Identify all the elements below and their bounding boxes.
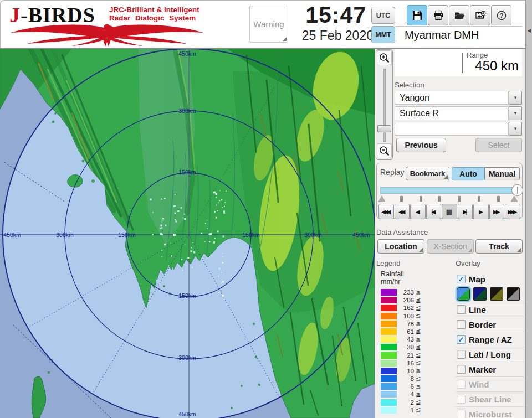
legend-row: 2≦ [381,399,442,406]
range-box: Range 450 km [395,49,522,76]
map-style-swatch-1[interactable] [457,287,470,301]
overlay-item-line[interactable]: Line [456,302,524,317]
overlay-item-marker[interactable]: Marker [456,362,524,376]
dropdown-value[interactable] [395,122,509,136]
map-style-swatch-4[interactable] [507,287,520,301]
overlay-item-wind[interactable]: Wind [456,376,524,391]
utc-button[interactable]: UTC [371,7,395,24]
auto-button[interactable]: Auto [452,167,485,180]
dropdown-value[interactable]: Surface R [395,106,509,120]
less-equal-icon: ≦ [416,321,421,327]
manual-button[interactable]: Manual [484,167,520,180]
previous-button[interactable]: Previous [396,138,446,152]
legend-row: 78≦ [381,321,442,327]
chevron-down-icon[interactable]: ▼ [509,106,522,120]
step-back-button[interactable]: |◀ [426,204,442,219]
legend-color-swatch [381,368,397,374]
zoom-slider-thumb[interactable] [377,125,391,132]
checkbox-checked-icon[interactable]: ✓ [457,275,466,283]
step-forward-button[interactable]: ▶| [458,204,473,219]
legend-color-swatch [381,328,397,335]
overlay-list: ✓MapLineBorder✓Range / AZLati / LongMark… [456,272,524,418]
forward-button[interactable]: ▶▶ [489,204,505,219]
map-style-swatch-2[interactable] [473,287,487,301]
chevron-down-icon[interactable]: ▼ [509,91,522,105]
less-equal-icon: ≦ [416,297,421,303]
overlay-item-range-az[interactable]: ✓Range / AZ [456,332,524,347]
overlay-item-label: Microburst [469,410,512,418]
checkbox-icon[interactable] [457,410,466,418]
chevron-down-icon[interactable]: ▼ [509,122,522,136]
legend-color-swatch [381,391,397,398]
map-style-swatch-3[interactable] [490,287,503,301]
less-equal-icon: ≦ [416,391,421,398]
forward-fast-button[interactable]: ▶▶▶ [505,204,520,219]
replay-range-end-marker[interactable] [510,195,518,202]
svg-text:150km: 150km [242,231,260,238]
svg-text:?: ? [499,12,503,19]
jbirds-logo: J-BIRDS JRC-Brilliant & Intelligent Rada… [6,2,261,48]
play-reverse-button[interactable]: ◀ [410,204,426,219]
replay-tick [497,196,500,202]
svg-text:450km: 450km [178,50,196,57]
play-button[interactable]: ▶ [473,204,489,219]
overlay-item-label: Map [469,275,485,284]
select-button[interactable]: Select [475,138,522,152]
replay-range-start-marker[interactable] [378,195,386,202]
open-folder-button[interactable] [449,5,469,25]
checkbox-icon[interactable] [457,395,466,404]
location-button[interactable]: Location [377,239,424,254]
checkbox-icon[interactable] [457,305,466,314]
rewind-button[interactable]: ◀◀ [395,204,410,219]
checkbox-icon[interactable] [457,365,466,374]
legend-value: 8 [397,375,414,382]
mmt-button[interactable]: MMT [371,26,395,43]
overlay-label: Overlay [456,259,480,267]
replay-slider-thumb[interactable] [511,184,523,196]
legend-color-swatch [381,399,397,406]
replay-slider-track[interactable] [380,187,516,194]
zoom-in-button[interactable] [377,50,392,65]
track-button[interactable]: Track [475,239,523,254]
panel-scroll-strip[interactable]: ◀ [525,0,532,418]
overlay-item-border[interactable]: Border [456,317,524,332]
svg-text:300km: 300km [178,354,196,361]
checkbox-icon[interactable] [457,350,466,359]
bookmark-button[interactable]: Bookmark [406,167,449,180]
print-button[interactable] [428,5,448,25]
print-icon [433,10,444,21]
overlay-item-label: Range / AZ [469,335,512,344]
title-separator [395,26,523,27]
less-equal-icon: ≦ [416,328,421,334]
legend-row: 162≦ [381,305,442,311]
x-section-button[interactable]: X-Section [427,239,474,254]
zoom-in-icon [378,52,391,64]
legend-color-swatch [381,321,397,327]
help-button[interactable]: ? [491,5,511,25]
radar-map[interactable]: 450km300km150km150km300km450km450km300km… [0,49,375,418]
collapse-panel-icon[interactable]: ◀ [526,28,532,33]
legend-row: 6≦ [381,383,442,390]
save-button[interactable] [407,5,427,25]
overlay-item-microburst[interactable]: Microburst [456,406,524,418]
replay-tick [400,196,403,202]
checkbox-icon[interactable] [457,380,466,389]
station-name: Myanmar DMH [405,29,479,42]
rewind-fast-button[interactable]: ◀◀◀ [378,204,394,219]
legend-color-swatch [381,383,397,390]
header: J-BIRDS JRC-Brilliant & Intelligent Rada… [0,0,525,49]
range-divider [462,53,463,73]
legend-title: Rainfall [381,270,442,278]
overlay-item-lati-long[interactable]: Lati / Long [456,347,524,362]
legend-row: 206≦ [381,297,442,303]
zoom-out-button[interactable] [377,143,392,158]
dropdown-value[interactable]: Yangon [395,91,509,105]
checkbox-icon[interactable] [457,320,466,329]
stop-button[interactable]: ■ [442,204,457,219]
selection-dropdown-2: Surface R▼ [395,106,522,120]
overlay-item-shear-line[interactable]: Shear Line [456,391,524,406]
checkbox-checked-icon[interactable]: ✓ [457,335,466,344]
overlay-item-map[interactable]: ✓Map [456,272,524,286]
legend-value: 2 [397,399,414,406]
snapshot-add-button[interactable] [470,5,490,25]
